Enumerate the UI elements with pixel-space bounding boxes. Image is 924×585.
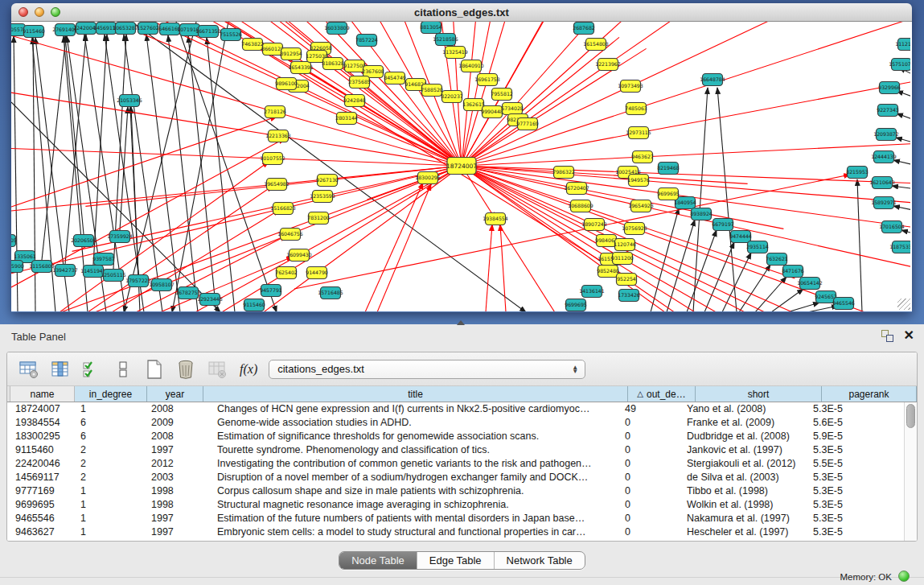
graph-node-16210643[interactable]: 16210643 xyxy=(869,177,895,189)
table-row[interactable]: 1938455462009Genome-wide association stu… xyxy=(7,416,904,430)
graph-node-6734028[interactable]: 6734028 xyxy=(501,103,524,115)
graph-node-9463627[interactable]: 9463627 xyxy=(631,151,654,163)
graph-node-11875330[interactable]: 11875330 xyxy=(889,241,910,253)
graph-node-16033809[interactable]: 16033809 xyxy=(324,23,350,35)
node-table-rows[interactable]: 1872400712008Changes of HCN gene express… xyxy=(7,402,904,542)
column-header-indegree[interactable]: in_degree xyxy=(75,386,147,402)
graph-node-7857224[interactable]: 7857224 xyxy=(355,35,378,47)
graph-node-952254[interactable]: 952254 xyxy=(617,274,637,286)
column-header-title[interactable]: title xyxy=(203,386,628,402)
graph-node-10653287[interactable]: 10653287 xyxy=(113,23,138,35)
graph-node-9457791[interactable]: 9457791 xyxy=(260,285,282,297)
graph-node-19654923[interactable]: 19654923 xyxy=(628,200,654,212)
graph-node-17359924[interactable]: 17359924 xyxy=(107,231,133,243)
graph-node-18907243[interactable]: 18907243 xyxy=(581,219,607,231)
graph-node-12505115[interactable]: 12505115 xyxy=(101,270,126,282)
table-row[interactable]: 969969511998Structural magnetic resonanc… xyxy=(7,498,904,512)
graph-node-18724007[interactable]: 18724007 xyxy=(446,158,477,175)
table-row[interactable]: 911546021997Tourette syndrome. Phenomeno… xyxy=(7,443,904,457)
graph-node-7632621[interactable]: 7632621 xyxy=(766,253,788,266)
graph-node-8454749[interactable]: 8454749 xyxy=(384,72,406,84)
graph-node-18640910[interactable]: 18640910 xyxy=(458,60,484,72)
graph-node-8220237[interactable]: 8220237 xyxy=(441,91,463,103)
graph-node-1733426[interactable]: 1733426 xyxy=(618,290,640,302)
select-columns-icon[interactable] xyxy=(80,358,104,381)
table-select-dropdown[interactable]: citations_edges.txt ▲▼ xyxy=(269,360,585,379)
table-row[interactable]: 946554611997Estimation of the future num… xyxy=(7,512,904,525)
graph-node-12093872[interactable]: 12093872 xyxy=(873,129,899,141)
graph-node-7831200[interactable]: 7831200 xyxy=(307,212,330,225)
graph-node-11325419[interactable]: 11325419 xyxy=(442,47,468,59)
graph-node-2935114[interactable]: 2935114 xyxy=(746,241,769,253)
graph-node-16543391[interactable]: 16543391 xyxy=(288,62,314,74)
graph-node-7463822[interactable]: 7463822 xyxy=(241,39,264,51)
graph-node-10654142[interactable]: 10654142 xyxy=(797,278,823,290)
graph-node-7986322[interactable]: 7986322 xyxy=(552,167,575,179)
graph-node-9329966[interactable]: 9329966 xyxy=(878,82,901,94)
graph-node-18300295[interactable]: 18300295 xyxy=(415,172,441,184)
graph-node-9699695[interactable]: 9699695 xyxy=(565,299,587,311)
new-table-icon[interactable] xyxy=(142,358,166,381)
graph-node-9115460[interactable]: 9115460 xyxy=(243,299,265,311)
graph-node-12353593[interactable]: 12353593 xyxy=(310,191,335,203)
graph-node-2803144[interactable]: 2803144 xyxy=(335,113,358,125)
tab-edge-table[interactable]: Edge Table xyxy=(417,552,495,569)
graph-node-9990448[interactable]: 9990448 xyxy=(481,106,503,118)
graph-node-17016504[interactable]: 17016504 xyxy=(879,221,905,233)
graph-node-11156809[interactable]: 11156809 xyxy=(29,261,55,273)
node-table-header[interactable]: namein_degreeyeartitle△out_de…shortpager… xyxy=(7,386,917,402)
graph-node-9227343[interactable]: 9227343 xyxy=(877,105,899,117)
graph-node-9699695[interactable]: 9699695 xyxy=(657,188,680,200)
column-header-year[interactable]: year xyxy=(147,386,203,402)
scrollbar-thumb[interactable] xyxy=(906,404,915,428)
graph-node-16046756[interactable]: 16046756 xyxy=(277,229,303,241)
graph-node-14136141[interactable]: 14136141 xyxy=(579,286,605,298)
table-row[interactable]: 977716911998Corpus callosum shape and si… xyxy=(7,484,904,498)
graph-node-8813054[interactable]: 8813054 xyxy=(420,22,442,34)
graph-node-10756928[interactable]: 10756928 xyxy=(622,223,647,235)
table-row[interactable]: 1830029562008Estimation of significance … xyxy=(7,430,904,443)
graph-node-16671358[interactable]: 16671358 xyxy=(195,26,221,38)
graph-node-15751074[interactable]: 15751074 xyxy=(889,59,910,71)
graph-node-13942737[interactable]: 13942737 xyxy=(52,265,78,277)
tab-node-table[interactable]: Node Table xyxy=(339,552,417,569)
graph-node-11121387[interactable]: 11121387 xyxy=(895,39,910,51)
tab-network-table[interactable]: Network Table xyxy=(495,552,585,569)
graph-node-15892971[interactable]: 15892971 xyxy=(871,197,897,209)
graph-node-16154808[interactable]: 16154808 xyxy=(583,39,609,51)
graph-node-8215953[interactable]: 8215953 xyxy=(846,167,869,179)
graph-node-2616505[interactable]: 2616505 xyxy=(11,235,17,247)
graph-node-3915900[interactable]: 3915900 xyxy=(11,261,24,273)
graph-node-12213363[interactable]: 12213363 xyxy=(265,130,291,142)
graph-node-9896100[interactable]: 9896100 xyxy=(275,78,298,90)
close-window-icon[interactable] xyxy=(18,7,28,17)
graph-node-15218586[interactable]: 15218586 xyxy=(433,34,458,46)
network-window-titlebar[interactable]: citations_edges.txt xyxy=(11,3,912,22)
table-row[interactable]: 1872400712008Changes of HCN gene express… xyxy=(7,402,904,416)
table-column-icon[interactable] xyxy=(48,358,72,381)
graph-node-1527602[interactable]: 1527602 xyxy=(137,23,159,35)
graph-node-2718126[interactable]: 2718126 xyxy=(264,106,286,118)
window-resize-grip[interactable] xyxy=(897,299,910,310)
graph-node-12444139[interactable]: 12444139 xyxy=(871,151,897,163)
graph-node-8471676[interactable]: 8471676 xyxy=(782,266,804,278)
table-row[interactable]: 946362711997Embryonic stem cells: a mode… xyxy=(7,525,904,539)
graph-node-9267130[interactable]: 9267130 xyxy=(316,175,339,187)
graph-node-10107552[interactable]: 10107552 xyxy=(260,153,285,165)
graph-node-12213967[interactable]: 12213967 xyxy=(595,59,621,71)
graph-node-1949576[interactable]: 1949576 xyxy=(627,175,650,187)
graph-node-9397587[interactable]: 9397587 xyxy=(92,253,115,266)
float-panel-icon[interactable] xyxy=(881,330,893,342)
minimize-window-icon[interactable] xyxy=(35,7,44,17)
graph-node-8938924[interactable]: 8938924 xyxy=(690,208,713,220)
graph-node-7955812[interactable]: 7955812 xyxy=(491,89,513,101)
graph-node-2375685[interactable]: 2375685 xyxy=(348,76,371,89)
graph-node-6679197[interactable]: 6679197 xyxy=(712,219,734,231)
column-header-outde[interactable]: △out_de… xyxy=(628,386,696,402)
graph-node-9474444[interactable]: 9474444 xyxy=(729,231,752,243)
graph-node-7588520[interactable]: 7588520 xyxy=(421,84,443,97)
close-panel-icon[interactable]: ✕ xyxy=(904,328,914,343)
graph-node-12973115[interactable]: 12973115 xyxy=(626,127,651,139)
graph-node-8912954[interactable]: 8912954 xyxy=(280,48,302,60)
column-header-short[interactable]: short xyxy=(696,386,822,402)
